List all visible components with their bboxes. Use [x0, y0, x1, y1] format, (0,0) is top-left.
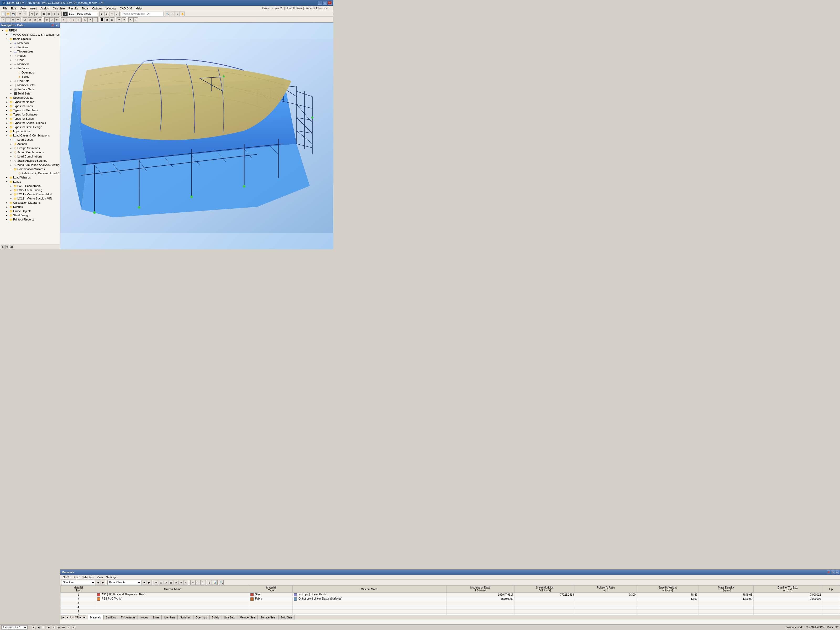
nav-materials[interactable]: ▸ ◈ Materials — [0, 41, 60, 45]
file-item[interactable]: ▾ 📄 WAGG-CARP-ES01-W-SR_without_results … — [0, 33, 60, 37]
view2[interactable]: □ — [49, 17, 54, 22]
fit-btn[interactable]: ⊡ — [83, 17, 88, 22]
open-btn[interactable]: 📂 — [6, 11, 11, 16]
nav-solids[interactable]: ■ Solids — [0, 74, 60, 79]
nav-basic-objects[interactable]: ▾ 📁 Basic Objects — [0, 37, 60, 41]
delete-btn[interactable]: ✕ — [128, 17, 133, 22]
menu-help[interactable]: Help — [134, 6, 143, 11]
menu-cad-bim[interactable]: CAD-BIM — [118, 6, 133, 11]
nav-calculation-diagrams[interactable]: ▸ 📁 Calculation Diagrams — [0, 201, 60, 205]
nav-types-for-members[interactable]: ▸ 📁 Types for Members — [0, 108, 60, 112]
menu-view[interactable]: View — [18, 6, 28, 11]
nav-lc1[interactable]: ▸ 📁 LC1 - Peso propio — [0, 184, 60, 188]
new-btn[interactable]: 📄 — [1, 11, 6, 16]
print-btn[interactable]: 🖨 — [29, 11, 34, 16]
nav-special-objects[interactable]: ▸ 📁 Special Objects — [0, 96, 60, 100]
render3[interactable]: ▤ — [110, 17, 114, 22]
side-view[interactable]: → — [66, 17, 71, 22]
menu-window[interactable]: Window — [104, 6, 118, 11]
nav-combination-wizards[interactable]: ▾ 📁 Combination Wizards — [0, 167, 60, 171]
nav-types-for-surfaces[interactable]: ▸ 📁 Types for Surfaces — [0, 112, 60, 117]
d-toggle[interactable]: D — [63, 11, 68, 16]
undo-btn[interactable]: ↩ — [17, 11, 22, 16]
view1[interactable]: ⊞ — [44, 17, 49, 22]
nav-printout[interactable]: ▸ 📁 Printout Reports — [0, 217, 60, 221]
nav-wind-simulation[interactable]: ▸ 🌬 Wind Simulation Analysis Settings — [0, 163, 60, 167]
nav-types-for-lines[interactable]: ▸ 📁 Types for Lines — [0, 104, 60, 108]
tool6[interactable]: ✕ — [109, 11, 114, 16]
menu-file[interactable]: File — [1, 6, 9, 11]
undo2[interactable]: ↩ — [117, 17, 121, 22]
zoom-btn[interactable]: 🔍 — [165, 11, 170, 16]
rotate-btn[interactable]: ↻ — [175, 11, 180, 16]
snap4[interactable]: ⊠ — [38, 17, 42, 22]
nav-openings[interactable]: □ Openings — [0, 70, 60, 74]
snap2[interactable]: ⊞ — [28, 17, 32, 22]
redo-btn[interactable]: ↪ — [22, 11, 27, 16]
menu-edit[interactable]: Edit — [9, 6, 17, 11]
nav-surface-sets[interactable]: ▸ ▣ Surface Sets — [0, 87, 60, 92]
snap3[interactable]: ⊟ — [33, 17, 37, 22]
menu-options[interactable]: Options — [90, 6, 104, 11]
tool3[interactable]: ▢ — [51, 11, 56, 16]
nav-nodes[interactable]: ▸ • Nodes — [0, 54, 60, 58]
rfem-root[interactable]: ▸ 📁 RFEM — [0, 28, 60, 33]
nav-types-for-special[interactable]: ▸ 📁 Types for Special Objects — [0, 121, 60, 125]
pan-btn[interactable]: ✋ — [180, 11, 185, 16]
nav-types-for-steel[interactable]: ▸ 📁 Types for Steel Design — [0, 125, 60, 129]
maximize-button[interactable]: □ — [323, 1, 327, 5]
zoom-in-btn[interactable]: + — [88, 17, 93, 22]
close-button[interactable]: ✕ — [328, 1, 332, 5]
nav-close-btn[interactable]: ✕ — [55, 24, 58, 27]
lc-name-field[interactable]: Peso propio — [76, 12, 97, 16]
menu-results[interactable]: Results — [67, 6, 80, 11]
nav-action-combinations[interactable]: ▸ ⬡ Action Combinations — [0, 150, 60, 154]
menu-tools[interactable]: Tools — [80, 6, 90, 11]
nav-surfaces[interactable]: ▸ ▭ Surfaces — [0, 66, 60, 70]
top-view[interactable]: ↓ — [71, 17, 76, 22]
view3[interactable]: ◈ — [54, 17, 59, 22]
nav-relationship[interactable]: ⬡ Relationship Between Load Cases — [0, 171, 60, 175]
iso-view[interactable]: ⟐ — [76, 17, 81, 22]
nav-guide-objects[interactable]: ▸ 📁 Guide Objects — [0, 209, 60, 213]
settings-btn[interactable]: ⚙ — [35, 11, 39, 16]
tool5[interactable]: ⊕ — [104, 11, 109, 16]
nav-steel-design[interactable]: ▸ 📁 Steel Design — [0, 213, 60, 217]
tool4[interactable]: ⊞ — [56, 11, 61, 16]
nav-thicknesses[interactable]: ▸ ▬ Thicknesses — [0, 49, 60, 54]
search-input[interactable] — [121, 12, 163, 16]
info-btn[interactable]: ℹ — [133, 17, 138, 22]
nav-imperfections[interactable]: ▸ 📁 Imperfections — [0, 129, 60, 133]
line-btn[interactable]: / — [6, 17, 11, 22]
nav-results[interactable]: ▸ 📁 Results — [0, 205, 60, 209]
nav-solid-sets[interactable]: ▸ ⬛ Solid Sets — [0, 92, 60, 96]
nav-types-for-solids[interactable]: ▸ 📁 Types for Solids — [0, 117, 60, 121]
viewport[interactable] — [60, 22, 333, 249]
nav-load-wizards[interactable]: ▸ 📁 Load Wizards — [0, 175, 60, 180]
nav-lc12[interactable]: ▸ 📁 LC12 - Viento Succion MIN — [0, 196, 60, 201]
nav-sections[interactable]: ▸ ▭ Sections — [0, 45, 60, 49]
nav-member-sets[interactable]: ▸ ╠ Member Sets — [0, 83, 60, 87]
nav-pin-btn[interactable]: 📌 — [51, 24, 54, 27]
nav-lc11[interactable]: ▸ 📁 LC11 - Viento Presion MIN — [0, 192, 60, 196]
nav-lc2[interactable]: ▸ 📁 LC2 - Form Finding — [0, 188, 60, 192]
nav-line-sets[interactable]: ▸ // Line Sets — [0, 79, 60, 83]
render2[interactable]: ▣ — [105, 17, 109, 22]
surface-btn[interactable]: ▭ — [11, 17, 16, 22]
nav-icon1[interactable]: ⊞ — [1, 245, 5, 249]
play-btn[interactable]: ▶ — [99, 11, 104, 16]
nav-lines[interactable]: ▸ / Lines — [0, 58, 60, 62]
lc-field[interactable]: LC1 — [68, 12, 76, 16]
node-btn[interactable]: • — [1, 17, 6, 22]
member-btn[interactable]: ═ — [16, 17, 21, 22]
nav-loads[interactable]: ▾ 📁 Loads — [0, 180, 60, 184]
nav-static-analysis[interactable]: ▸ ⚙ Static Analysis Settings — [0, 159, 60, 163]
tool2[interactable]: ▤ — [46, 11, 51, 16]
minimize-button[interactable]: ─ — [318, 1, 322, 5]
nav-members[interactable]: ▸ ═ Members — [0, 62, 60, 66]
nav-actions[interactable]: ▸ ⚡ Actions — [0, 142, 60, 146]
redo2[interactable]: ↪ — [122, 17, 126, 22]
menu-calculate[interactable]: Calculate — [51, 6, 66, 11]
front-view[interactable]: ↑ — [61, 17, 66, 22]
nav-icon2[interactable]: 👁 — [5, 245, 9, 249]
